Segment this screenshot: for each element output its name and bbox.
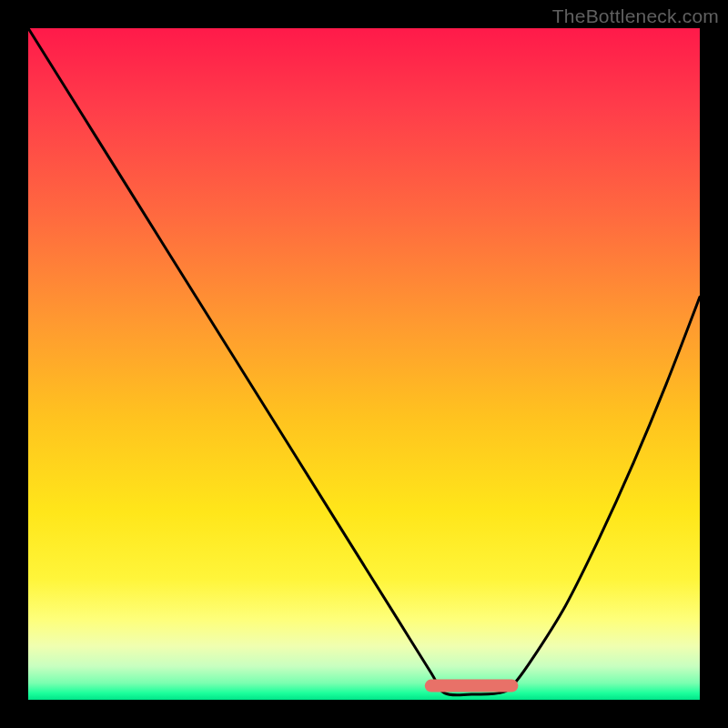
watermark-text: TheBottleneck.com [552, 5, 719, 27]
curve-layer [28, 28, 700, 700]
chart-frame: TheBottleneck.com [0, 0, 728, 728]
plot-area [28, 28, 700, 700]
bottleneck-curve [28, 28, 700, 695]
